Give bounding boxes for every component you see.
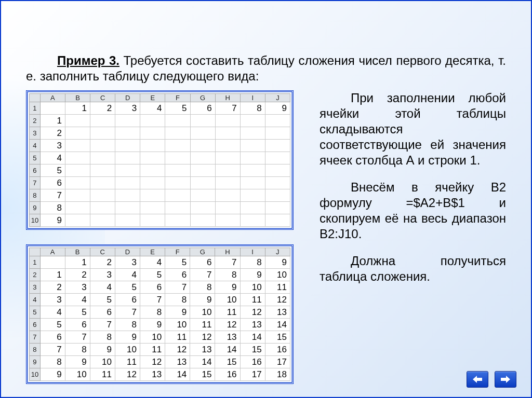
cell: 5 — [40, 164, 65, 177]
cell — [165, 152, 190, 164]
cell — [215, 127, 240, 140]
cell: 8 — [40, 356, 65, 368]
cell: 7 — [190, 269, 215, 281]
cell: 8 — [140, 306, 165, 319]
cell: 7 — [140, 294, 165, 306]
cell: 6 — [140, 281, 165, 294]
row-header: 10 — [30, 368, 41, 381]
cell: 2 — [40, 281, 65, 294]
cell — [240, 115, 265, 127]
cell: 10 — [240, 281, 265, 294]
cell: 12 — [215, 319, 240, 331]
cell: 12 — [265, 294, 290, 306]
cell: 9 — [90, 344, 115, 356]
cell — [65, 140, 90, 152]
cell — [215, 164, 240, 177]
cell: 9 — [115, 331, 140, 344]
cell — [190, 177, 215, 189]
row-header: 3 — [30, 281, 41, 294]
cell: 7 — [90, 319, 115, 331]
row-header: 7 — [30, 177, 41, 189]
column-header: J — [265, 248, 290, 256]
cell — [265, 164, 290, 177]
cell: 2 — [40, 127, 65, 140]
cell — [215, 152, 240, 164]
cell: 11 — [265, 281, 290, 294]
cell: 2 — [90, 102, 115, 115]
cell: 6 — [190, 256, 215, 269]
column-header: B — [65, 94, 90, 102]
cell — [65, 164, 90, 177]
cell: 13 — [165, 356, 190, 368]
cell — [240, 127, 265, 140]
cell: 4 — [40, 306, 65, 319]
cell: 6 — [115, 294, 140, 306]
row-header: 3 — [30, 127, 41, 140]
cell — [190, 140, 215, 152]
cell — [165, 214, 190, 227]
cell: 12 — [115, 368, 140, 381]
cell — [65, 214, 90, 227]
cell: 5 — [90, 294, 115, 306]
cell: 9 — [265, 256, 290, 269]
cell: 12 — [240, 306, 265, 319]
cell — [140, 140, 165, 152]
cell — [240, 202, 265, 214]
row-header: 1 — [30, 102, 41, 115]
cell — [140, 127, 165, 140]
cell — [140, 202, 165, 214]
cell: 10 — [165, 319, 190, 331]
cell: 1 — [65, 102, 90, 115]
cell: 11 — [215, 306, 240, 319]
cell: 6 — [90, 306, 115, 319]
corner-cell — [30, 248, 41, 256]
cell: 2 — [65, 269, 90, 281]
cell: 9 — [65, 356, 90, 368]
row-header: 7 — [30, 331, 41, 344]
cell — [265, 214, 290, 227]
cell: 8 — [90, 331, 115, 344]
spreadsheet-top: ABCDEFGHIJ11234567892132435465768798109 — [29, 93, 290, 227]
cell: 7 — [40, 344, 65, 356]
next-button[interactable] — [495, 371, 516, 388]
column-header: A — [40, 94, 65, 102]
cell: 1 — [40, 269, 65, 281]
cell — [40, 256, 65, 269]
cell — [265, 115, 290, 127]
cell: 4 — [40, 152, 65, 164]
cell: 3 — [40, 294, 65, 306]
cell: 10 — [90, 356, 115, 368]
prev-button[interactable] — [467, 371, 488, 388]
cell: 10 — [115, 344, 140, 356]
cell — [190, 152, 215, 164]
cell: 11 — [90, 368, 115, 381]
cell — [90, 214, 115, 227]
cell — [215, 214, 240, 227]
cell — [140, 189, 165, 202]
cell — [65, 152, 90, 164]
column-header: D — [115, 94, 140, 102]
row-header: 5 — [30, 306, 41, 319]
cell: 8 — [190, 281, 215, 294]
cell: 3 — [115, 256, 140, 269]
cell — [240, 152, 265, 164]
cell: 4 — [140, 102, 165, 115]
column-header: F — [165, 248, 190, 256]
column-header: H — [215, 94, 240, 102]
cell: 3 — [65, 281, 90, 294]
cell — [190, 189, 215, 202]
cell: 13 — [265, 306, 290, 319]
row-header: 9 — [30, 202, 41, 214]
cell: 14 — [165, 368, 190, 381]
cell: 9 — [240, 269, 265, 281]
example-label: Пример 3. — [57, 53, 119, 67]
cell — [115, 177, 140, 189]
row-header: 1 — [30, 256, 41, 269]
column-header: F — [165, 94, 190, 102]
cell — [115, 115, 140, 127]
cell: 4 — [140, 256, 165, 269]
column-header: A — [40, 248, 65, 256]
paragraph-2: Внесём в ячейку B2 формулу =$A2+B$1 и ск… — [320, 180, 506, 242]
cell — [90, 189, 115, 202]
cell: 8 — [240, 256, 265, 269]
